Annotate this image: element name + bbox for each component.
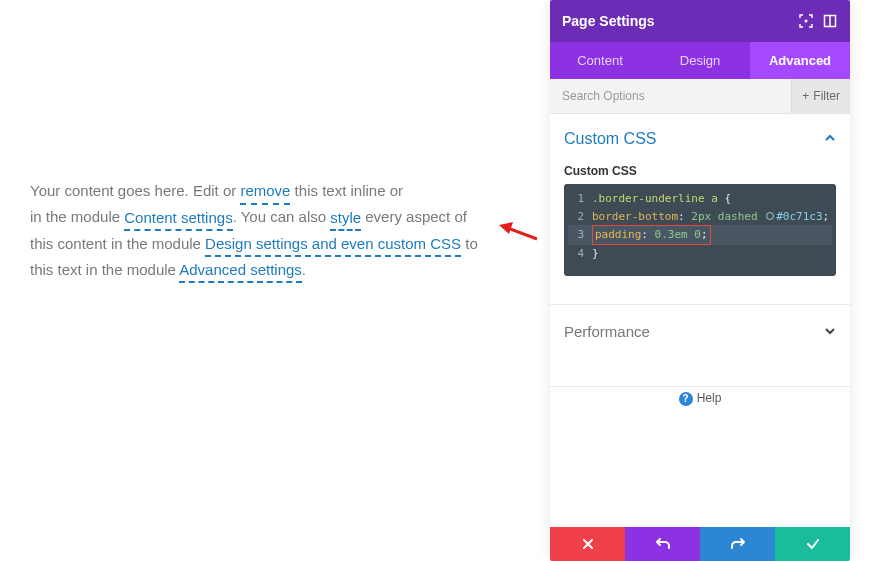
line-number: 3 bbox=[568, 226, 584, 244]
performance-section-title: Performance bbox=[564, 323, 650, 340]
help-icon: ? bbox=[679, 392, 693, 406]
panel-header: Page Settings bbox=[550, 0, 850, 42]
save-button[interactable] bbox=[775, 527, 850, 561]
line-number: 1 bbox=[568, 190, 584, 208]
style-link[interactable]: style bbox=[330, 205, 361, 231]
color-swatch-icon bbox=[766, 212, 774, 220]
filter-button-label: Filter bbox=[813, 89, 840, 103]
code-content: .border-underline a { bbox=[592, 190, 731, 208]
code-content: border-bottom: 2px dashed #0c71c3; bbox=[592, 208, 829, 226]
code-line: 3padding: 0.3em 0; bbox=[568, 225, 832, 245]
close-icon bbox=[581, 537, 595, 551]
custom-css-editor[interactable]: 1.border-underline a {2border-bottom: 2p… bbox=[564, 184, 836, 276]
search-input[interactable] bbox=[550, 79, 791, 113]
tab-content[interactable]: Content bbox=[550, 42, 650, 79]
remove-link[interactable]: remove bbox=[240, 178, 290, 204]
panel-actions bbox=[550, 527, 850, 561]
redo-icon bbox=[730, 537, 746, 551]
page-settings-panel: Page Settings Content Design Advanced + … bbox=[550, 0, 850, 561]
highlighted-code: padding: 0.3em 0; bbox=[592, 225, 711, 245]
content-preview: Your content goes here. Edit or remove t… bbox=[30, 178, 490, 283]
undo-icon bbox=[655, 537, 671, 551]
code-line: 1.border-underline a { bbox=[568, 190, 832, 208]
tab-design[interactable]: Design bbox=[650, 42, 750, 79]
performance-section-toggle[interactable]: Performance bbox=[564, 305, 836, 358]
custom-css-section-toggle[interactable]: Custom CSS bbox=[564, 130, 836, 148]
help-link[interactable]: ?Help bbox=[564, 387, 836, 430]
content-settings-link[interactable]: Content settings bbox=[124, 205, 232, 231]
expand-panel-icon[interactable] bbox=[822, 13, 838, 29]
code-content: } bbox=[592, 245, 599, 263]
panel-title: Page Settings bbox=[562, 13, 790, 29]
code-line: 4} bbox=[568, 245, 832, 263]
line-number: 2 bbox=[568, 208, 584, 226]
preview-text: . bbox=[302, 261, 306, 278]
design-settings-link[interactable]: Design settings and even custom CSS bbox=[205, 231, 461, 257]
undo-button[interactable] bbox=[625, 527, 700, 561]
line-number: 4 bbox=[568, 245, 584, 263]
help-label: Help bbox=[697, 391, 722, 405]
search-row: + Filter bbox=[550, 79, 850, 114]
preview-text: . You can also bbox=[233, 208, 331, 225]
custom-css-field-label: Custom CSS bbox=[564, 164, 836, 178]
chevron-up-icon bbox=[824, 130, 836, 148]
discard-button[interactable] bbox=[550, 527, 625, 561]
check-icon bbox=[805, 537, 821, 551]
annotation-arrow-icon bbox=[499, 219, 539, 243]
redo-button[interactable] bbox=[700, 527, 775, 561]
tab-advanced[interactable]: Advanced bbox=[750, 42, 850, 79]
code-line: 2border-bottom: 2px dashed #0c71c3; bbox=[568, 208, 832, 226]
focus-icon[interactable] bbox=[798, 13, 814, 29]
panel-tabs: Content Design Advanced bbox=[550, 42, 850, 79]
custom-css-section-title: Custom CSS bbox=[564, 130, 656, 148]
preview-text: Your content goes here. Edit or bbox=[30, 182, 240, 199]
svg-line-0 bbox=[505, 227, 537, 239]
panel-body: Custom CSS Custom CSS 1.border-underline… bbox=[550, 114, 850, 527]
plus-icon: + bbox=[802, 89, 809, 103]
filter-button[interactable]: + Filter bbox=[791, 79, 850, 113]
advanced-settings-link[interactable]: Advanced settings bbox=[179, 257, 302, 283]
chevron-down-icon bbox=[824, 323, 836, 340]
code-content: padding: 0.3em 0; bbox=[595, 228, 708, 241]
svg-point-2 bbox=[805, 20, 808, 23]
svg-marker-1 bbox=[499, 222, 513, 234]
